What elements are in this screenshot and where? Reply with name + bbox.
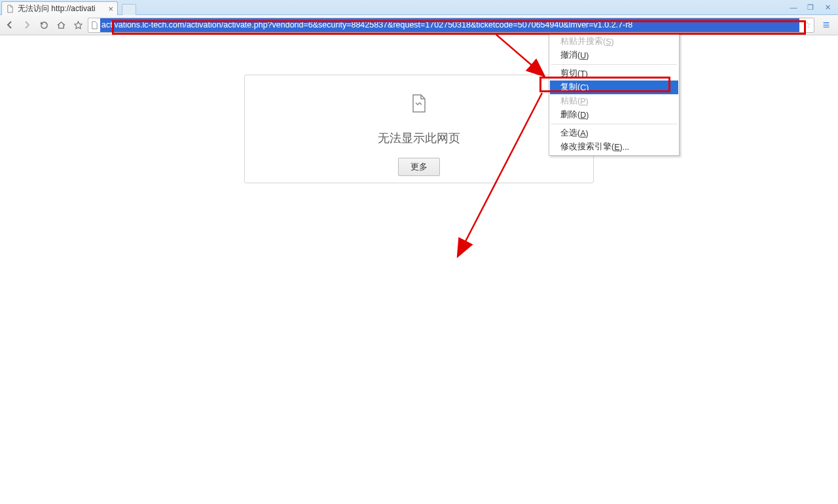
context-menu-item[interactable]: 撤消(U) [550,48,678,62]
maximize-button[interactable]: ❐ [804,2,817,12]
context-menu: 粘贴并搜索(S)撤消(U)剪切(T)复制(C)粘贴(P)删除(D)全选(A)修改… [549,33,680,156]
tab-title: 无法访问 http://activati [18,3,105,14]
back-button[interactable] [3,18,17,32]
home-button[interactable] [54,18,68,32]
context-menu-item: 粘贴(P) [550,94,678,108]
chrome-menu-button[interactable]: ≡ [817,18,835,32]
context-menu-item[interactable]: 复制(C) [550,81,678,94]
error-heading: 无法显示此网页 [245,130,593,146]
context-menu-item[interactable]: 修改搜索引擎(E)... [550,140,678,154]
browser-toolbar: ☆ ≡ [0,15,838,35]
close-window-button[interactable]: ✕ [821,2,834,12]
broken-page-icon [410,94,428,113]
browser-tab[interactable]: 无法访问 http://activati × [1,1,118,16]
url-input[interactable] [100,18,799,32]
reload-button[interactable] [37,18,51,32]
context-menu-item[interactable]: 剪切(T) [550,67,678,81]
window-controls: — ❐ ✕ [787,2,838,12]
address-bar[interactable]: ☆ [88,18,814,33]
context-menu-separator [551,64,677,65]
site-icon [88,21,100,29]
tab-close-icon[interactable]: × [108,4,113,14]
context-menu-item[interactable]: 全选(A) [550,126,678,140]
error-card: 无法显示此网页 更多 [244,75,594,183]
star-icon[interactable] [71,18,85,32]
page-icon [6,5,14,13]
bookmark-star-icon[interactable]: ☆ [799,19,814,31]
new-tab-button[interactable] [122,4,136,16]
context-menu-separator [551,124,677,124]
context-menu-item[interactable]: 删除(D) [550,108,678,122]
more-button[interactable]: 更多 [398,158,440,176]
tab-strip: 无法访问 http://activati × [1,0,136,16]
minimize-button[interactable]: — [787,2,800,12]
forward-button[interactable] [20,18,34,32]
context-menu-item: 粘贴并搜索(S) [550,35,678,48]
page-content: 无法显示此网页 更多 [0,35,838,504]
